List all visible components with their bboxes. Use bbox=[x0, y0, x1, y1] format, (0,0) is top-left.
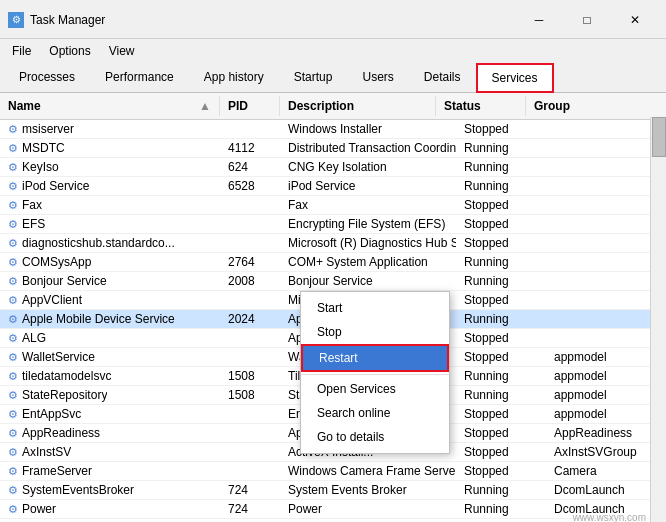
table-row[interactable]: ⚙iPod Service 6528 iPod Service Running bbox=[0, 177, 666, 196]
cell-pid bbox=[220, 120, 280, 138]
cell-pid: 724 bbox=[220, 481, 280, 499]
cell-description: iPod Service bbox=[280, 177, 456, 195]
tab-services[interactable]: Services bbox=[476, 63, 554, 93]
cell-pid bbox=[220, 405, 280, 423]
col-header-name[interactable]: Name ▲ bbox=[0, 96, 220, 116]
tab-startup[interactable]: Startup bbox=[279, 63, 348, 93]
cell-name: ⚙EntAppSvc bbox=[0, 405, 220, 423]
menu-view[interactable]: View bbox=[101, 41, 143, 61]
tabs-bar: Processes Performance App history Startu… bbox=[0, 63, 666, 93]
scrollbar-thumb[interactable] bbox=[652, 117, 666, 157]
cell-status: Stopped bbox=[456, 462, 546, 480]
scrollbar-track[interactable] bbox=[650, 117, 666, 522]
table-row[interactable]: ⚙EFS Encrypting File System (EFS) Stoppe… bbox=[0, 215, 666, 234]
cell-pid: 2024 bbox=[220, 310, 280, 328]
cell-pid: 6528 bbox=[220, 177, 280, 195]
cell-group bbox=[546, 272, 666, 290]
tab-app-history[interactable]: App history bbox=[189, 63, 279, 93]
cell-name: ⚙MSDTC bbox=[0, 139, 220, 157]
col-header-group[interactable]: Group bbox=[526, 96, 646, 116]
cell-name: ⚙SystemEventsBroker bbox=[0, 481, 220, 499]
cell-description: Encrypting File System (EFS) bbox=[280, 215, 456, 233]
cell-status: Stopped bbox=[456, 424, 546, 442]
cell-status: Running bbox=[456, 158, 546, 176]
tab-processes[interactable]: Processes bbox=[4, 63, 90, 93]
watermark: www.wsxyn.com bbox=[573, 512, 646, 522]
cell-pid bbox=[220, 234, 280, 252]
cell-description: Fax bbox=[280, 196, 456, 214]
cell-pid bbox=[220, 291, 280, 309]
table-row[interactable]: ⚙COMSysApp 2764 COM+ System Application … bbox=[0, 253, 666, 272]
ctx-open-services[interactable]: Open Services bbox=[301, 377, 449, 401]
close-button[interactable]: ✕ bbox=[612, 6, 658, 34]
menu-options[interactable]: Options bbox=[41, 41, 98, 61]
cell-description: Distributed Transaction Coordinator bbox=[280, 139, 456, 157]
cell-group bbox=[546, 196, 666, 214]
cell-name: ⚙Fax bbox=[0, 196, 220, 214]
cell-pid: 2764 bbox=[220, 253, 280, 271]
table-row[interactable]: ⚙SystemEventsBroker 724 System Events Br… bbox=[0, 481, 666, 500]
cell-name: ⚙WalletService bbox=[0, 348, 220, 366]
cell-name: ⚙EFS bbox=[0, 215, 220, 233]
cell-group bbox=[546, 310, 666, 328]
cell-description: CNG Key Isolation bbox=[280, 158, 456, 176]
tab-users[interactable]: Users bbox=[347, 63, 408, 93]
table-row[interactable]: ⚙Power 724 Power Running DcomLaunch bbox=[0, 500, 666, 519]
context-menu: Start Stop Restart Open Services Search … bbox=[300, 291, 450, 454]
cell-status: Running bbox=[456, 177, 546, 195]
cell-name: ⚙msiserver bbox=[0, 120, 220, 138]
cell-group: Camera bbox=[546, 462, 666, 480]
cell-pid bbox=[220, 443, 280, 461]
tab-performance[interactable]: Performance bbox=[90, 63, 189, 93]
cell-group bbox=[546, 291, 666, 309]
cell-status: Stopped bbox=[456, 329, 546, 347]
cell-pid bbox=[220, 215, 280, 233]
table-row[interactable]: ⚙Fax Fax Stopped bbox=[0, 196, 666, 215]
ctx-stop[interactable]: Stop bbox=[301, 320, 449, 344]
ctx-search-online[interactable]: Search online bbox=[301, 401, 449, 425]
cell-pid bbox=[220, 329, 280, 347]
col-header-status[interactable]: Status bbox=[436, 96, 526, 116]
cell-name: ⚙COMSysApp bbox=[0, 253, 220, 271]
table-row[interactable]: ⚙MSDTC 4112 Distributed Transaction Coor… bbox=[0, 139, 666, 158]
table-header: Name ▲ PID Description Status Group bbox=[0, 93, 666, 120]
cell-group bbox=[546, 215, 666, 233]
app-title: Task Manager bbox=[30, 13, 105, 27]
cell-group bbox=[546, 158, 666, 176]
cell-name: ⚙Apple Mobile Device Service bbox=[0, 310, 220, 328]
menu-file[interactable]: File bbox=[4, 41, 39, 61]
col-header-pid[interactable]: PID bbox=[220, 96, 280, 116]
maximize-button[interactable]: □ bbox=[564, 6, 610, 34]
cell-name: ⚙FrameServer bbox=[0, 462, 220, 480]
table-row[interactable]: ⚙diagnosticshub.standardco... Microsoft … bbox=[0, 234, 666, 253]
ctx-restart[interactable]: Restart bbox=[301, 344, 449, 372]
main-content: Name ▲ PID Description Status Group ⚙msi… bbox=[0, 93, 666, 522]
cell-group: appmodel bbox=[546, 386, 666, 404]
cell-description: Bonjour Service bbox=[280, 272, 456, 290]
cell-name: ⚙KeyIso bbox=[0, 158, 220, 176]
ctx-go-to-details[interactable]: Go to details bbox=[301, 425, 449, 449]
minimize-button[interactable]: ─ bbox=[516, 6, 562, 34]
table-row[interactable]: ⚙KeyIso 624 CNG Key Isolation Running bbox=[0, 158, 666, 177]
col-header-description[interactable]: Description bbox=[280, 96, 436, 116]
cell-status: Stopped bbox=[456, 215, 546, 233]
cell-description: Windows Installer bbox=[280, 120, 456, 138]
app-icon: ⚙ bbox=[8, 12, 24, 28]
cell-pid: 724 bbox=[220, 500, 280, 518]
table-row[interactable]: ⚙msiserver Windows Installer Stopped bbox=[0, 120, 666, 139]
ctx-start[interactable]: Start bbox=[301, 296, 449, 320]
titlebar: ⚙ Task Manager ─ □ ✕ bbox=[0, 0, 666, 39]
cell-status: Running bbox=[456, 272, 546, 290]
cell-pid: 2008 bbox=[220, 272, 280, 290]
tab-details[interactable]: Details bbox=[409, 63, 476, 93]
cell-name: ⚙Power bbox=[0, 500, 220, 518]
cell-group bbox=[546, 139, 666, 157]
table-row[interactable]: ⚙FrameServer Windows Camera Frame Server… bbox=[0, 462, 666, 481]
cell-description: Power bbox=[280, 500, 456, 518]
cell-group: appmodel bbox=[546, 405, 666, 423]
table-row[interactable]: ⚙Bonjour Service 2008 Bonjour Service Ru… bbox=[0, 272, 666, 291]
cell-status: Running bbox=[456, 310, 546, 328]
cell-description: COM+ System Application bbox=[280, 253, 456, 271]
cell-pid bbox=[220, 462, 280, 480]
cell-status: Stopped bbox=[456, 120, 546, 138]
